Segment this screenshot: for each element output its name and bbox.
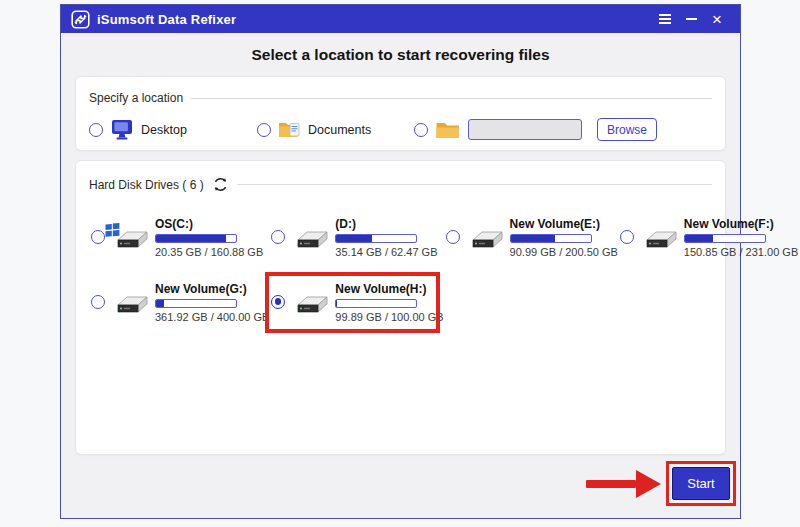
windows-logo-icon [105, 223, 120, 242]
desktop-icon [110, 119, 134, 140]
drive-usage-bar [684, 234, 766, 243]
hard-drive-icon [291, 225, 329, 253]
drive-name: New Volume(E:) [510, 217, 618, 231]
drive-item-f[interactable]: New Volume(F:) 150.85 GB / 231.00 GB [618, 215, 798, 260]
menu-button[interactable] [652, 8, 678, 30]
hard-drive-icon [466, 225, 504, 253]
refresh-icon[interactable] [212, 176, 229, 193]
start-button[interactable]: Start [672, 467, 730, 500]
drive-size: 20.35 GB / 160.88 GB [155, 246, 263, 258]
drive-size: 35.14 GB / 62.47 GB [335, 246, 437, 258]
close-button[interactable]: × [704, 8, 730, 30]
folder-icon [435, 120, 461, 140]
arrow-shaft [586, 480, 636, 488]
drive-usage-fill [511, 235, 555, 242]
option-custom-folder[interactable]: Browse [414, 118, 657, 141]
drive-usage-bar [155, 234, 237, 243]
drives-grid: OS(C:) 20.35 GB / 160.88 GB [89, 215, 712, 325]
drive-name: OS(C:) [155, 217, 263, 231]
minimize-button[interactable] [678, 8, 704, 30]
documents-icon [278, 120, 301, 139]
app-title: iSumsoft Data Refixer [97, 12, 236, 27]
drive-radio-e[interactable] [446, 230, 460, 244]
drive-usage-fill [156, 235, 226, 242]
start-button-highlight-box: Start [666, 461, 736, 506]
documents-radio[interactable] [257, 123, 271, 137]
drive-usage-bar [335, 234, 417, 243]
close-icon: × [712, 11, 722, 28]
drive-usage-fill [685, 235, 713, 242]
drive-usage-fill [156, 300, 164, 307]
custom-folder-radio[interactable] [414, 123, 428, 137]
option-desktop[interactable]: Desktop [89, 119, 257, 140]
drive-radio-c[interactable] [91, 230, 105, 244]
drive-radio-d[interactable] [271, 230, 285, 244]
specify-location-legend: Specify a location [89, 91, 183, 105]
divider [237, 184, 712, 185]
drive-usage-bar [155, 299, 237, 308]
drive-name: (D:) [335, 217, 437, 231]
drive-usage-fill [336, 300, 337, 307]
documents-label: Documents [308, 123, 371, 137]
drive-usage-bar [510, 234, 592, 243]
arrow-head-icon [636, 470, 661, 498]
drive-size: 361.92 GB / 400.00 GB [155, 311, 269, 323]
drive-item-g[interactable]: New Volume(G:) 361.92 GB / 400.00 GB [89, 280, 269, 325]
hard-drive-icon [640, 225, 678, 253]
folder-path-input[interactable] [468, 119, 582, 140]
browse-button[interactable]: Browse [597, 118, 657, 141]
desktop-label: Desktop [141, 123, 187, 137]
hard-disk-drives-card: Hard Disk Drives ( 6 ) [75, 160, 726, 455]
drive-item-e[interactable]: New Volume(E:) 90.99 GB / 200.50 GB [444, 215, 618, 260]
drive-radio-g[interactable] [91, 295, 105, 309]
drive-name: New Volume(F:) [684, 217, 798, 231]
title-bar: iSumsoft Data Refixer × [61, 5, 740, 33]
app-window: iSumsoft Data Refixer × Select a locatio… [60, 4, 741, 519]
drive-size: 150.85 GB / 231.00 GB [684, 246, 798, 258]
drive-name: New Volume(H:) [335, 282, 443, 296]
drive-item-c[interactable]: OS(C:) 20.35 GB / 160.88 GB [89, 215, 269, 260]
divider [191, 98, 712, 99]
footer: Start [61, 455, 740, 518]
hard-drive-icon [111, 290, 149, 318]
drive-radio-h[interactable] [271, 295, 285, 309]
hard-disk-drives-legend: Hard Disk Drives ( 6 ) [89, 178, 204, 192]
hard-drive-icon [291, 290, 329, 318]
drive-size: 99.89 GB / 100.00 GB [335, 311, 443, 323]
drive-usage-fill [336, 235, 371, 242]
drive-size: 90.99 GB / 200.50 GB [510, 246, 618, 258]
app-logo-icon [71, 10, 90, 29]
drive-name: New Volume(G:) [155, 282, 269, 296]
drive-item-h[interactable]: New Volume(H:) 99.89 GB / 100.00 GB [269, 280, 443, 325]
page-title: Select a location to start recovering fi… [61, 33, 740, 76]
drive-usage-bar [335, 299, 417, 308]
hamburger-icon [659, 14, 671, 24]
drive-item-d[interactable]: (D:) 35.14 GB / 62.47 GB [269, 215, 443, 260]
specify-location-card: Specify a location Desktop [75, 76, 726, 151]
minimize-icon [686, 18, 697, 20]
option-documents[interactable]: Documents [257, 120, 414, 139]
hard-drive-icon [111, 225, 149, 253]
drive-radio-f[interactable] [620, 230, 634, 244]
desktop-radio[interactable] [89, 123, 103, 137]
red-arrow-annotation [586, 470, 661, 498]
